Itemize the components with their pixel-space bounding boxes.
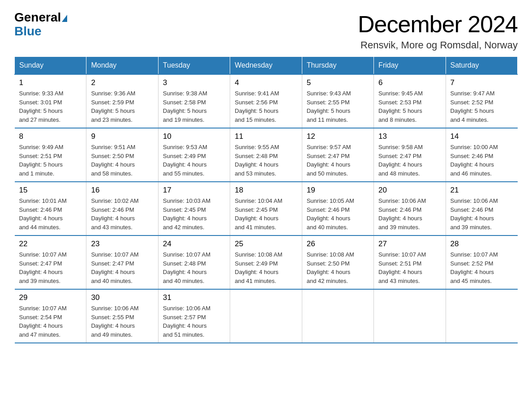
day-info: Sunrise: 10:07 AMSunset: 2:47 PMDaylight… (91, 250, 153, 285)
day-number: 13 (378, 132, 441, 141)
weekday-header-friday: Friday (374, 57, 446, 75)
calendar-cell: 10 Sunrise: 9:53 AMSunset: 2:49 PMDaylig… (158, 128, 230, 182)
day-number: 2 (91, 78, 153, 87)
calendar-cell: 16 Sunrise: 10:02 AMSunset: 2:46 PMDayli… (86, 182, 158, 235)
day-info: Sunrise: 10:07 AMSunset: 2:52 PMDaylight… (450, 250, 513, 285)
calendar-cell: 22 Sunrise: 10:07 AMSunset: 2:47 PMDayli… (15, 235, 86, 289)
calendar-cell: 21 Sunrise: 10:06 AMSunset: 2:46 PMDayli… (446, 182, 517, 235)
calendar-cell (302, 289, 373, 343)
day-info: Sunrise: 9:45 AMSunset: 2:53 PMDaylight:… (378, 89, 441, 124)
weekday-header-wednesday: Wednesday (230, 57, 302, 75)
logo-blue-part: Blue (14, 24, 42, 38)
day-number: 22 (19, 240, 82, 248)
calendar-week-row: 22 Sunrise: 10:07 AMSunset: 2:47 PMDayli… (15, 235, 518, 289)
day-info: Sunrise: 9:49 AMSunset: 2:51 PMDaylight:… (19, 143, 82, 178)
day-number: 17 (163, 186, 225, 195)
logo: General Blue (14, 11, 68, 39)
day-number: 27 (378, 240, 441, 248)
calendar-cell: 5 Sunrise: 9:43 AMSunset: 2:55 PMDayligh… (302, 74, 373, 128)
calendar-cell (374, 289, 446, 343)
day-number: 25 (235, 240, 297, 248)
calendar-cell: 6 Sunrise: 9:45 AMSunset: 2:53 PMDayligh… (374, 74, 446, 128)
day-info: Sunrise: 9:41 AMSunset: 2:56 PMDaylight:… (235, 89, 297, 124)
calendar-cell: 8 Sunrise: 9:49 AMSunset: 2:51 PMDayligh… (15, 128, 86, 182)
day-info: Sunrise: 10:07 AMSunset: 2:48 PMDaylight… (163, 250, 225, 285)
day-info: Sunrise: 10:08 AMSunset: 2:50 PMDaylight… (307, 250, 369, 285)
logo-area: General Blue (14, 11, 68, 39)
weekday-header-saturday: Saturday (446, 57, 517, 75)
weekday-header-thursday: Thursday (302, 57, 373, 75)
day-number: 26 (307, 240, 369, 248)
calendar-week-row: 1 Sunrise: 9:33 AMSunset: 3:01 PMDayligh… (15, 74, 518, 128)
logo-triangle-icon (62, 15, 67, 22)
day-number: 8 (19, 132, 82, 141)
day-number: 6 (378, 78, 441, 87)
day-number: 14 (450, 132, 513, 141)
day-number: 12 (307, 132, 369, 141)
day-number: 18 (235, 186, 297, 195)
day-info: Sunrise: 10:02 AMSunset: 2:46 PMDaylight… (91, 197, 153, 231)
calendar-cell: 9 Sunrise: 9:51 AMSunset: 2:50 PMDayligh… (86, 128, 158, 182)
day-info: Sunrise: 9:51 AMSunset: 2:50 PMDaylight:… (91, 143, 153, 178)
day-number: 31 (163, 293, 225, 302)
calendar-cell: 7 Sunrise: 9:47 AMSunset: 2:52 PMDayligh… (446, 74, 517, 128)
calendar-cell: 1 Sunrise: 9:33 AMSunset: 3:01 PMDayligh… (15, 74, 86, 128)
day-number: 11 (235, 132, 297, 141)
day-info: Sunrise: 9:36 AMSunset: 2:59 PMDaylight:… (91, 89, 153, 124)
day-info: Sunrise: 10:06 AMSunset: 2:57 PMDaylight… (163, 304, 225, 339)
calendar-cell: 25 Sunrise: 10:08 AMSunset: 2:49 PMDayli… (230, 235, 302, 289)
day-number: 1 (19, 78, 82, 87)
calendar-cell: 24 Sunrise: 10:07 AMSunset: 2:48 PMDayli… (158, 235, 230, 289)
day-info: Sunrise: 9:53 AMSunset: 2:49 PMDaylight:… (163, 143, 225, 178)
calendar-cell: 18 Sunrise: 10:04 AMSunset: 2:45 PMDayli… (230, 182, 302, 235)
day-info: Sunrise: 10:06 AMSunset: 2:55 PMDaylight… (91, 304, 153, 339)
day-number: 4 (235, 78, 297, 87)
logo-general-part: General (14, 10, 61, 24)
day-number: 7 (450, 78, 513, 87)
day-info: Sunrise: 9:58 AMSunset: 2:47 PMDaylight:… (378, 143, 441, 178)
weekday-header-tuesday: Tuesday (158, 57, 230, 75)
day-number: 19 (307, 186, 369, 195)
calendar-cell: 17 Sunrise: 10:03 AMSunset: 2:45 PMDayli… (158, 182, 230, 235)
day-info: Sunrise: 10:01 AMSunset: 2:46 PMDaylight… (19, 197, 82, 231)
day-number: 3 (163, 78, 225, 87)
day-number: 16 (91, 186, 153, 195)
title-area: December 2024 Rensvik, More og Romsdal, … (358, 11, 518, 51)
calendar-cell: 20 Sunrise: 10:06 AMSunset: 2:46 PMDayli… (374, 182, 446, 235)
location-subtitle: Rensvik, More og Romsdal, Norway (358, 39, 518, 51)
day-info: Sunrise: 10:06 AMSunset: 2:46 PMDaylight… (378, 197, 441, 231)
day-number: 29 (19, 293, 82, 302)
day-info: Sunrise: 10:04 AMSunset: 2:45 PMDaylight… (235, 197, 297, 231)
day-info: Sunrise: 10:05 AMSunset: 2:46 PMDaylight… (307, 197, 369, 231)
day-info: Sunrise: 10:07 AMSunset: 2:51 PMDaylight… (378, 250, 441, 285)
calendar-table: SundayMondayTuesdayWednesdayThursdayFrid… (14, 56, 518, 343)
day-number: 24 (163, 240, 225, 248)
day-number: 15 (19, 186, 82, 195)
day-info: Sunrise: 10:08 AMSunset: 2:49 PMDaylight… (235, 250, 297, 285)
month-title: December 2024 (358, 11, 518, 38)
calendar-week-row: 15 Sunrise: 10:01 AMSunset: 2:46 PMDayli… (15, 182, 518, 235)
day-info: Sunrise: 10:00 AMSunset: 2:46 PMDaylight… (450, 143, 513, 178)
day-number: 10 (163, 132, 225, 141)
calendar-cell: 14 Sunrise: 10:00 AMSunset: 2:46 PMDayli… (446, 128, 517, 182)
day-info: Sunrise: 10:07 AMSunset: 2:54 PMDaylight… (19, 304, 82, 339)
calendar-cell: 28 Sunrise: 10:07 AMSunset: 2:52 PMDayli… (446, 235, 517, 289)
page-header: General Blue December 2024 Rensvik, More… (14, 11, 518, 51)
day-number: 23 (91, 240, 153, 248)
weekday-header-sunday: Sunday (15, 57, 86, 75)
day-number: 21 (450, 186, 513, 195)
day-info: Sunrise: 9:55 AMSunset: 2:48 PMDaylight:… (235, 143, 297, 178)
calendar-cell: 23 Sunrise: 10:07 AMSunset: 2:47 PMDayli… (86, 235, 158, 289)
calendar-cell: 26 Sunrise: 10:08 AMSunset: 2:50 PMDayli… (302, 235, 373, 289)
day-info: Sunrise: 9:47 AMSunset: 2:52 PMDaylight:… (450, 89, 513, 124)
day-number: 30 (91, 293, 153, 302)
calendar-cell: 4 Sunrise: 9:41 AMSunset: 2:56 PMDayligh… (230, 74, 302, 128)
calendar-cell: 15 Sunrise: 10:01 AMSunset: 2:46 PMDayli… (15, 182, 86, 235)
day-number: 20 (378, 186, 441, 195)
calendar-cell: 19 Sunrise: 10:05 AMSunset: 2:46 PMDayli… (302, 182, 373, 235)
calendar-cell: 13 Sunrise: 9:58 AMSunset: 2:47 PMDaylig… (374, 128, 446, 182)
day-info: Sunrise: 9:43 AMSunset: 2:55 PMDaylight:… (307, 89, 369, 124)
calendar-week-row: 8 Sunrise: 9:49 AMSunset: 2:51 PMDayligh… (15, 128, 518, 182)
day-info: Sunrise: 10:03 AMSunset: 2:45 PMDaylight… (163, 197, 225, 231)
weekday-header-row: SundayMondayTuesdayWednesdayThursdayFrid… (15, 57, 518, 75)
